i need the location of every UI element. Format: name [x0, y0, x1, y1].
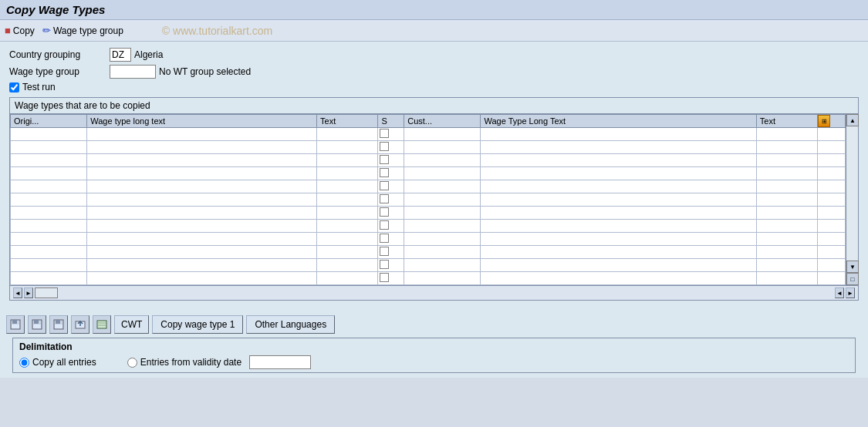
export-btn[interactable]: [71, 315, 90, 334]
row-checkbox[interactable]: [380, 247, 389, 256]
svg-rect-11: [97, 321, 106, 328]
left-h-scroll: ◄ ►: [13, 287, 58, 298]
cwt-icon-btn[interactable]: [93, 315, 111, 334]
row-checkbox[interactable]: [380, 129, 389, 138]
save-icon-3: [53, 319, 64, 330]
wage-types-table-section: Wage types that are to be copied Origi..…: [9, 97, 859, 301]
cwt-button[interactable]: CWT: [114, 315, 149, 334]
col-s: S: [378, 115, 404, 128]
validity-date-input[interactable]: [249, 355, 311, 369]
wage-type-group-row: Wage type group No WT group selected: [9, 65, 859, 79]
scroll-right-btn[interactable]: ►: [24, 287, 33, 298]
row-checkbox[interactable]: [380, 142, 389, 151]
row-checkbox[interactable]: [380, 155, 389, 164]
copy-toolbar-item[interactable]: ■ Copy: [5, 25, 35, 36]
test-run-checkbox[interactable]: [9, 82, 19, 92]
svg-rect-1: [12, 320, 17, 324]
save-icon-1: [10, 319, 21, 330]
table-row: [11, 272, 846, 285]
country-grouping-label: Country grouping: [9, 49, 110, 60]
country-grouping-value: Algeria: [134, 49, 163, 60]
h-scroll-track: [35, 287, 58, 298]
action-bar: CWT Copy wage type 1 Other Languages: [0, 311, 868, 338]
table-row: [11, 128, 846, 141]
main-content: Country grouping Algeria Wage type group…: [0, 42, 868, 311]
col-cust: Cust...: [404, 115, 481, 128]
wage-type-group-value: No WT group selected: [159, 66, 251, 77]
scroll-left-btn2[interactable]: ◄: [835, 287, 844, 298]
validity-radio[interactable]: [127, 358, 137, 368]
test-run-row: Test run: [9, 82, 859, 92]
scroll-right-btn2[interactable]: ►: [846, 287, 855, 298]
wage-type-group-input[interactable]: [110, 65, 156, 79]
col-wage-long: Wage type long text: [87, 115, 317, 128]
col-wage-long2: Wage Type Long Text: [481, 115, 756, 128]
scroll-thumb[interactable]: □: [846, 273, 859, 285]
table-row: [11, 246, 846, 259]
table-row: [11, 207, 846, 220]
row-checkbox[interactable]: [380, 260, 389, 269]
delimitation-wrapper: Delimitation Copy all entries Entries fr…: [0, 338, 868, 378]
table-row: [11, 154, 846, 167]
copy-all-radio[interactable]: [19, 358, 29, 368]
table-header-icon: ⊞: [818, 115, 830, 127]
col-text2: Text: [756, 115, 817, 128]
save-btn-2[interactable]: [28, 315, 46, 334]
copy-label: Copy: [13, 25, 35, 36]
col-icon: ⊞: [818, 115, 846, 128]
table-row: [11, 220, 846, 233]
table-row: [11, 259, 846, 272]
copy-all-radio-item: Copy all entries: [19, 357, 96, 368]
validity-label: Entries from validity date: [140, 357, 241, 368]
country-grouping-input[interactable]: [110, 48, 131, 62]
table-row: [11, 193, 846, 207]
row-checkbox[interactable]: [380, 220, 389, 230]
other-languages-button[interactable]: Other Languages: [246, 315, 335, 334]
row-checkbox[interactable]: [380, 168, 389, 177]
wage-type-group-label: Wage type group: [9, 66, 110, 77]
svg-rect-2: [12, 324, 19, 328]
test-run-label: Test run: [22, 82, 56, 92]
scroll-left-btn[interactable]: ◄: [13, 287, 22, 298]
watermark: © www.tutorialkart.com: [162, 25, 272, 37]
row-checkbox[interactable]: [380, 273, 389, 282]
validity-radio-item: Entries from validity date: [127, 355, 311, 369]
list-icon: [96, 319, 107, 330]
country-grouping-row: Country grouping Algeria: [9, 48, 859, 62]
copy-icon: ■: [5, 25, 11, 36]
save-btn-3[interactable]: [49, 315, 68, 334]
col-origi: Origi...: [11, 115, 87, 128]
save-icon-2: [32, 319, 42, 330]
scroll-down-btn[interactable]: ▼: [846, 261, 859, 273]
row-checkbox[interactable]: [380, 194, 389, 203]
table-row: [11, 167, 846, 180]
scroll-up-btn[interactable]: ▲: [846, 114, 859, 126]
svg-rect-8: [55, 324, 62, 328]
wage-type-group-toolbar-item[interactable]: ✏ Wage type group: [42, 25, 123, 36]
table-row: [11, 180, 846, 193]
svg-rect-4: [34, 320, 39, 324]
export-icon: [75, 319, 86, 330]
row-checkbox[interactable]: [380, 234, 389, 243]
wage-type-group-label: Wage type group: [53, 25, 123, 36]
vertical-scrollbar[interactable]: ▲ ▼ □: [846, 114, 858, 285]
save-btn-1[interactable]: [6, 315, 25, 334]
page-title: Copy Wage Types: [6, 3, 105, 16]
table-row: [11, 141, 846, 154]
table-title: Wage types that are to be copied: [10, 98, 858, 114]
table-bottom-nav: ◄ ► ◄ ►: [10, 285, 858, 300]
scroll-track: [846, 126, 858, 261]
delimitation-title: Delimitation: [19, 341, 849, 352]
copy-wage-type-button[interactable]: Copy wage type 1: [152, 315, 243, 334]
row-checkbox[interactable]: [380, 181, 389, 190]
toolbar: ■ Copy ✏ Wage type group © www.tutorialk…: [0, 20, 868, 42]
delimitation-section: Delimitation Copy all entries Entries fr…: [12, 338, 856, 373]
radio-row: Copy all entries Entries from validity d…: [19, 355, 849, 369]
col-text1: Text: [317, 115, 378, 128]
table-row: [11, 233, 846, 246]
svg-rect-5: [33, 324, 41, 328]
svg-rect-7: [56, 320, 60, 324]
row-checkbox[interactable]: [380, 207, 389, 217]
wage-types-table: Origi... Wage type long text Text S Cust…: [10, 114, 846, 285]
edit-icon: ✏: [42, 25, 51, 36]
